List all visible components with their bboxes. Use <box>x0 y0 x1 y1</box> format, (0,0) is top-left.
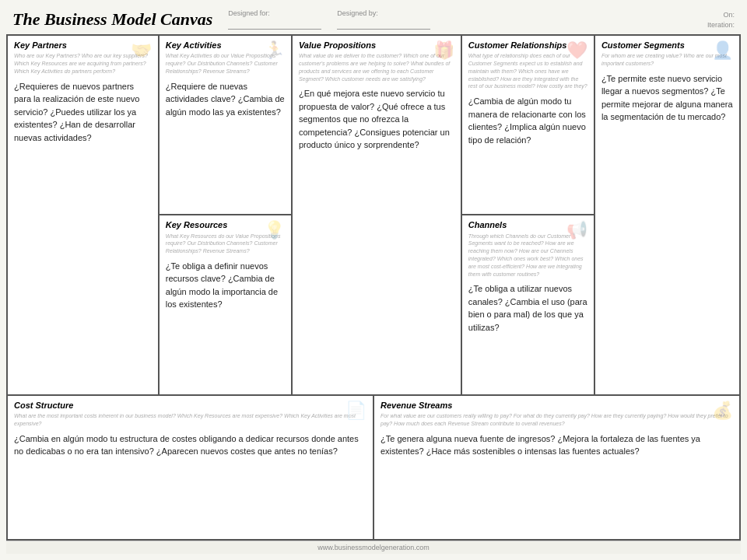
canvas-bottom-row: Cost Structure What are the most importa… <box>8 396 739 539</box>
designed-for-value[interactable] <box>228 19 321 30</box>
customer-segments-cell[interactable]: Customer Segments For whom are we creati… <box>595 36 739 394</box>
customer-relationships-cell[interactable]: Customer Relationships What type of rela… <box>462 36 594 215</box>
iteration-label: Iteration: <box>707 21 735 29</box>
designed-by-label: Designed by: <box>337 9 430 17</box>
cost-structure-content: ¿Cambia en algún modo tu estructura de c… <box>14 432 366 458</box>
key-partners-content: ¿Requieres de nuevos partners para la re… <box>14 80 152 145</box>
customer-relationships-icon: ❤️ <box>566 40 587 61</box>
revenue-streams-content: ¿Te genera alguna nueva fuente de ingres… <box>381 432 733 458</box>
header: The Business Model Canvas Designed for: … <box>6 6 741 34</box>
channels-cell[interactable]: Channels Through which Channels do our C… <box>462 215 594 394</box>
revenue-streams-icon: 💰 <box>712 401 733 421</box>
customer-segments-icon: 👤 <box>712 40 733 61</box>
key-middle-column: Key Activities What Key Activities do ou… <box>160 36 293 394</box>
customer-relationships-content: ¿Cambia de algún modo tu manera de relac… <box>468 95 587 146</box>
key-resources-content: ¿Te obliga a definir nuevos recursos cla… <box>166 260 285 311</box>
customer-segments-content: ¿Te permite este nuevo servicio llegar a… <box>601 72 733 124</box>
key-partners-icon: 🤝 <box>131 40 152 61</box>
cost-structure-cell[interactable]: Cost Structure What are the most importa… <box>8 396 374 539</box>
cost-structure-title: Cost Structure <box>14 401 366 411</box>
main-title: The Business Model Canvas <box>12 9 212 30</box>
designed-for-field: Designed for: <box>228 9 321 30</box>
designed-by-value[interactable] <box>337 19 430 30</box>
key-activities-content: ¿Requiere de nuevas actividades clave? ¿… <box>166 80 285 119</box>
key-activities-icon: 🏃 <box>264 40 285 61</box>
header-right-fields: On: Iteration: <box>707 11 735 29</box>
header-fields: Designed for: Designed by: <box>228 9 692 30</box>
cost-structure-icon: 📄 <box>345 401 366 421</box>
page: The Business Model Canvas Designed for: … <box>0 0 747 560</box>
canvas-top-row: Key Partners Who are our Key Partners? W… <box>8 36 739 396</box>
key-resources-icon: 💡 <box>264 220 285 240</box>
revenue-streams-title: Revenue Streams <box>381 401 733 411</box>
footer: www.businessmodelgeneration.com <box>6 541 741 554</box>
key-activities-cell[interactable]: Key Activities What Key Activities do ou… <box>160 36 291 215</box>
footer-url: www.businessmodelgeneration.com <box>317 544 430 551</box>
channels-content: ¿Te obliga a utilizar nuevos canales? ¿C… <box>468 282 587 334</box>
key-resources-cell[interactable]: Key Resources What Key Resources do our … <box>160 215 291 394</box>
canvas: Key Partners Who are our Key Partners? W… <box>6 34 741 541</box>
value-propositions-cell[interactable]: Value Propositions What value do we deli… <box>293 36 462 394</box>
channels-icon: 📢 <box>566 220 587 240</box>
value-propositions-title: Value Propositions <box>299 40 454 51</box>
key-partners-cell[interactable]: Key Partners Who are our Key Partners? W… <box>8 36 160 394</box>
value-propositions-subtitle: What value do we deliver to the customer… <box>299 52 454 82</box>
value-propositions-icon: 🎁 <box>433 40 454 61</box>
designed-by-field: Designed by: <box>337 9 430 30</box>
revenue-streams-cell[interactable]: Revenue Streams For what value are our c… <box>374 396 739 539</box>
revenue-streams-subtitle: For what value are our customers really … <box>381 412 733 428</box>
customer-right-column: Customer Relationships What type of rela… <box>462 36 595 394</box>
cost-structure-subtitle: What are the most important costs inhere… <box>14 412 366 428</box>
value-propositions-content: ¿En qué mejora este nuevo servicio tu pr… <box>299 87 454 152</box>
on-label: On: <box>723 11 735 19</box>
designed-for-label: Designed for: <box>228 9 321 17</box>
